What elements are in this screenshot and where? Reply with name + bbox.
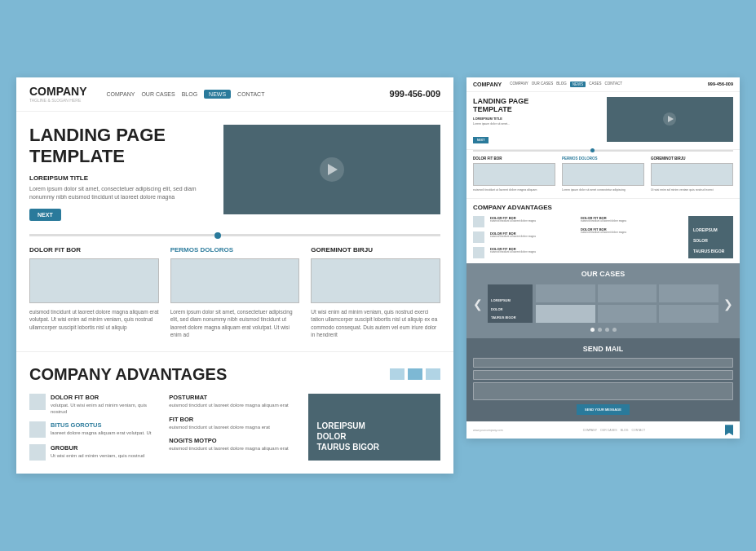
large-next-button[interactable]: NEXT: [29, 209, 61, 221]
small-top-section: COMPANY COMPANY OUR CASES BLOG NEWS CASE…: [466, 77, 740, 200]
footer-nav-ourcases[interactable]: OUR CASES: [600, 429, 617, 432]
large-hero-title: LANDING PAGETEMPLATE: [29, 125, 210, 168]
cases-thumb-5[interactable]: [598, 305, 657, 323]
sm-col1-image: [473, 163, 555, 186]
adv-item-text-6: euismod tincidunt ut laoreet dolore magn…: [169, 446, 288, 452]
cases-thumb-1[interactable]: [536, 284, 595, 302]
col3-text: Ut wisi enim ad minim veniam, quis nostr…: [311, 308, 440, 337]
adv-item-text-5: euismod tincidunt ut laoreet dolore magn…: [169, 425, 270, 431]
small-adv-title: COMPANY ADVANTAGES: [473, 204, 733, 211]
cases-thumb-4[interactable]: [536, 305, 595, 323]
sm-adv-icon-1: [473, 216, 484, 227]
cases-prev-arrow[interactable]: ❮: [473, 298, 483, 311]
adv-item-text-3: Ut wisi enim ad minim veniam, quis nostr…: [51, 453, 144, 460]
adv-item-1: DOLOR FIT BOR volutpat. Ut wisi enim ad …: [29, 394, 157, 416]
sm-col2-text: Lorem ipsum dolor sit amet consectetur a…: [562, 188, 644, 192]
adv-item-text-4: euismod tincidunt ut laoreet dolore magn…: [169, 403, 288, 409]
send-message-button[interactable]: SEND YOUR MESSAGE: [577, 404, 630, 415]
large-phone: 999-456-009: [390, 89, 440, 99]
nav-blog[interactable]: BLOG: [182, 91, 197, 97]
large-logo: COMPANY TAGLINE & SLOGAN HERE: [29, 86, 87, 103]
col3-image: [311, 258, 440, 303]
large-col-3: GOREMINOT BIRJU Ut wisi enim ad minim ve…: [311, 246, 440, 337]
cases-thumb-6[interactable]: [659, 305, 718, 323]
form-input-2[interactable]: [473, 370, 733, 380]
form-input-1[interactable]: [473, 358, 733, 368]
sm-adv-row-4: DOLOR FIT BOR euismod tincidunt ut laore…: [581, 216, 682, 223]
cases-main: LOREIPSUM DOLOR TAURUS BIGOR: [488, 284, 718, 323]
cases-thumbnails: [536, 284, 718, 323]
col3-title: GOREMINOT BIRJU: [311, 246, 440, 253]
adv-item-title-5: FIT BOR: [169, 416, 270, 423]
sm-nav-ourcases[interactable]: OUR CASES: [532, 82, 554, 87]
large-adv-title: COMPANY ADVANTAGES: [29, 365, 227, 384]
small-header: COMPANY COMPANY OUR CASES BLOG NEWS CASE…: [466, 77, 740, 92]
small-sendmail-title: SEND MAIL: [473, 345, 733, 353]
sm-adv-row-3: DOLOR FIT BOR euismod tincidunt ut laore…: [473, 247, 574, 258]
large-hero: LANDING PAGETEMPLATE LOREIPSUM TITLE Lor…: [16, 112, 453, 234]
sm-nav-company[interactable]: COMPANY: [510, 82, 528, 87]
adv-dot-1[interactable]: [390, 368, 405, 380]
page-wrapper: COMPANY TAGLINE & SLOGAN HERE COMPANY OU…: [16, 77, 740, 474]
small-adv-featured: LOREIPSUM SOLOR TAURUS BIGOR: [688, 216, 733, 258]
large-col-1: DOLOR FIT BOR euismod tincidunt ut laore…: [29, 246, 159, 337]
sm-col-2: PERMOS DOLOROS Lorem ipsum dolor sit ame…: [562, 156, 644, 192]
col2-title: PERMOS DOLOROS: [170, 246, 300, 253]
sm-nav-news[interactable]: NEWS: [570, 82, 586, 87]
sm-col2-image: [562, 163, 644, 186]
small-hero: LANDING PAGETEMPLATE LOREIPSUM TITLE Lor…: [466, 92, 740, 150]
cases-featured: LOREIPSUM DOLOR TAURUS BIGOR: [488, 284, 533, 323]
footer-nav-company[interactable]: COMPANY: [583, 429, 597, 432]
sm-col-1: DOLOR FIT BOR euismod tincidunt ut laore…: [473, 156, 555, 192]
nav-our-cases[interactable]: OUR CASES: [141, 91, 175, 97]
cases-dot-4[interactable]: [612, 328, 617, 332]
small-hero-video: [607, 97, 734, 142]
adv-item-title-6: NOGITS MOTPO: [169, 437, 288, 444]
footer-nav-blog[interactable]: BLOG: [621, 429, 629, 432]
sm-nav-blog[interactable]: BLOG: [556, 82, 567, 87]
sm-col1-text: euismod tincidunt ut laoreet dolore magn…: [473, 188, 555, 192]
form-textarea[interactable]: [473, 382, 733, 400]
cases-next-arrow[interactable]: ❯: [723, 298, 733, 311]
cases-thumb-3[interactable]: [659, 284, 718, 302]
cases-dot-1[interactable]: [590, 328, 595, 332]
cases-dots: [473, 328, 733, 332]
footer-nav-contact[interactable]: CONTACT: [631, 429, 645, 432]
cases-thumb-2[interactable]: [598, 284, 657, 302]
small-slider[interactable]: [473, 150, 733, 152]
sm-adv-icon-3: [473, 247, 484, 258]
adv-item-3: GROBUR Ut wisi enim ad minim veniam, qui…: [29, 444, 157, 461]
adv-item-title-4: POSTURMAT: [169, 394, 288, 401]
small-mockup: COMPANY COMPANY OUR CASES BLOG NEWS CASE…: [466, 77, 740, 439]
small-lorem-text: Lorem ipsum dolor sit amet...: [473, 122, 600, 126]
small-slider-thumb: [590, 148, 595, 152]
adv-dot-3[interactable]: [426, 368, 440, 380]
small-three-col: DOLOR FIT BOR euismod tincidunt ut laore…: [466, 156, 740, 200]
adv-dot-2[interactable]: [408, 368, 422, 380]
cases-dot-2[interactable]: [598, 328, 602, 332]
nav-news[interactable]: NEWS: [204, 90, 231, 99]
sm-nav-cases[interactable]: CASES: [589, 82, 601, 87]
large-lorem-title: LOREIPSUM TITLE: [29, 174, 210, 182]
nav-contact[interactable]: CONTACT: [237, 91, 264, 97]
large-mockup: COMPANY TAGLINE & SLOGAN HERE COMPANY OU…: [16, 77, 453, 474]
large-play-button[interactable]: [320, 157, 344, 182]
sm-nav-contact[interactable]: CONTACT: [604, 82, 621, 87]
small-logo: COMPANY: [473, 82, 502, 87]
adv-icon-3: [29, 444, 46, 461]
small-next-button[interactable]: NEXT: [473, 137, 489, 143]
nav-company[interactable]: COMPANY: [107, 91, 135, 97]
small-footer: www.yourcompany.com COMPANY OUR CASES BL…: [466, 421, 740, 439]
adv-featured-label: LOREIPSUM DOLOR TAURUS BIGOR: [316, 421, 432, 452]
large-slider[interactable]: [29, 234, 440, 236]
cases-dot-3[interactable]: [605, 328, 609, 332]
large-hero-video: [223, 125, 440, 214]
small-play-button[interactable]: [663, 112, 676, 126]
adv-item-title-2[interactable]: BITUS GOROTUS: [51, 421, 151, 429]
sm-adv-row-5: DOLOR FIT BOR euismod tincidunt ut laore…: [581, 227, 682, 235]
sm-col3-text: Ut wisi enim ad minim veniam quis nostru…: [651, 188, 733, 192]
col2-image: [170, 258, 300, 303]
footer-url: www.yourcompany.com: [473, 429, 503, 432]
adv-col-2: POSTURMAT euismod tincidunt ut laoreet d…: [169, 394, 297, 461]
large-adv-dots: [390, 368, 440, 380]
